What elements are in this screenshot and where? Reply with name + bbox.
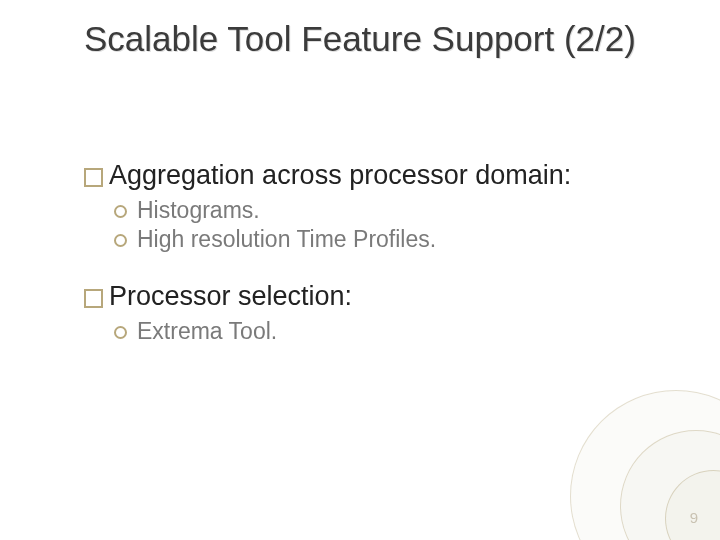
circle-bullet-icon (114, 205, 127, 218)
slide-body: Aggregation across processor domain: His… (84, 160, 664, 347)
bullet-level2: High resolution Time Profiles. (114, 226, 664, 253)
bullet-heading: Processor selection: (109, 281, 352, 312)
bullet-level1: Aggregation across processor domain: (84, 160, 664, 191)
bullet-item: High resolution Time Profiles. (137, 226, 436, 253)
bullet-heading: Aggregation across processor domain: (109, 160, 571, 191)
bullet-level2: Histograms. (114, 197, 664, 224)
circle-bullet-icon (114, 326, 127, 339)
bullet-item: Extrema Tool. (137, 318, 277, 345)
bullet-level1: Processor selection: (84, 281, 664, 312)
slide-title: Scalable Tool Feature Support (2/2) (84, 18, 644, 59)
spacer (84, 255, 664, 281)
bullet-item: Histograms. (137, 197, 260, 224)
bullet-level2: Extrema Tool. (114, 318, 664, 345)
square-bullet-icon (84, 168, 103, 187)
page-number: 9 (690, 509, 698, 526)
square-bullet-icon (84, 289, 103, 308)
circle-bullet-icon (114, 234, 127, 247)
slide: Scalable Tool Feature Support (2/2) Aggr… (0, 0, 720, 540)
